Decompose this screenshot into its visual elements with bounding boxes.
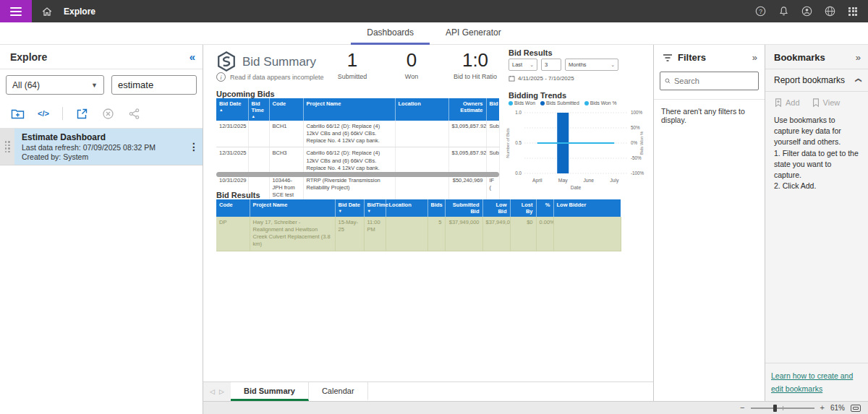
column-header[interactable]: Low Bid: [482, 199, 510, 217]
cancel-button[interactable]: [101, 106, 115, 121]
column-header[interactable]: Location: [386, 199, 427, 217]
chevron-down-icon: ▼: [91, 82, 98, 89]
svg-text:0.5: 0.5: [515, 140, 522, 145]
svg-text:-100%: -100%: [631, 171, 644, 176]
horizontal-scrollbar[interactable]: [216, 172, 499, 177]
svg-text:?: ?: [759, 8, 762, 15]
expand-panel-icon[interactable]: »: [752, 52, 757, 63]
fit-to-page-button[interactable]: [851, 405, 861, 412]
period-type-dropdown[interactable]: Last ⌄: [509, 59, 537, 71]
chart-legend: Bids WonBids SubmittedBids Won %: [509, 100, 617, 105]
table-row[interactable]: 12/31/2025BCH3Cabrillo 66/12 (D): Replac…: [216, 147, 499, 174]
home-button[interactable]: [41, 5, 54, 18]
column-header[interactable]: Low Bidder: [553, 199, 621, 217]
column-header[interactable]: Project Name: [303, 98, 395, 121]
column-header[interactable]: Owners Estimate: [448, 98, 486, 121]
column-header[interactable]: Lost By: [510, 199, 536, 217]
account-button[interactable]: [800, 5, 813, 18]
explore-panel: Explore « All (64) ▼ </>: [0, 45, 203, 414]
hamburger-menu-button[interactable]: [0, 0, 32, 22]
report-canvas: Bid Summary i Read if data appears incom…: [203, 45, 653, 381]
dashboard-list-item[interactable]: Estimate Dashboard Last data refresh: 07…: [0, 129, 203, 165]
calendar-icon: [509, 75, 515, 82]
period-unit-dropdown[interactable]: Months ⌄: [565, 59, 618, 71]
column-header[interactable]: Bids: [427, 199, 445, 217]
circle-x-icon: [102, 108, 114, 120]
zoom-out-button[interactable]: −: [740, 404, 744, 412]
top-bar-actions: ?: [754, 5, 868, 18]
report-info-note[interactable]: i Read if data appears incomplete: [216, 72, 324, 82]
explore-search-input[interactable]: [111, 75, 197, 95]
svg-text:0%: 0%: [631, 140, 638, 145]
upcoming-bids-title: Upcoming Bids: [216, 90, 275, 98]
svg-text:1.0: 1.0: [515, 110, 522, 115]
expand-panel-icon[interactable]: »: [856, 52, 861, 63]
legend-dot-icon: [584, 101, 589, 105]
column-header[interactable]: BidTime▼: [364, 199, 386, 217]
collapse-section-icon[interactable]: ❯: [854, 77, 861, 83]
drag-handle[interactable]: [0, 129, 14, 165]
column-header[interactable]: Code: [216, 199, 250, 217]
bidding-trends-title: Bidding Trends: [509, 91, 566, 100]
column-header[interactable]: %: [536, 199, 553, 217]
sort-desc-icon: ▼: [339, 209, 361, 213]
filters-search-box[interactable]: [660, 72, 759, 90]
share-icon: [128, 108, 140, 120]
column-header[interactable]: Code: [269, 98, 303, 121]
page-tab-calendar[interactable]: Calendar: [309, 382, 368, 401]
bell-icon: [778, 5, 790, 17]
sort-asc-icon: ▲: [252, 114, 266, 118]
zoom-in-button[interactable]: +: [820, 404, 825, 412]
filters-search-input[interactable]: [674, 77, 754, 85]
zoom-slider-thumb[interactable]: [773, 405, 777, 412]
item-menu-button[interactable]: ⋮: [185, 129, 203, 165]
collection-dropdown[interactable]: All (64) ▼: [6, 75, 104, 95]
dashboard-item-title: Estimate Dashboard: [22, 132, 182, 142]
sort-desc-icon: ▼: [367, 209, 383, 213]
tab-api-generator[interactable]: API Generator: [430, 22, 517, 45]
page-tab-bid-summary[interactable]: Bid Summary: [231, 382, 309, 401]
language-button[interactable]: [823, 5, 836, 18]
svg-text:-50%: -50%: [631, 155, 642, 160]
column-header[interactable]: Bid Date▼: [335, 199, 364, 217]
bookmarks-footer: Learn how to create and edit bookmarks: [765, 363, 868, 401]
column-header[interactable]: Submitted Bid: [445, 199, 482, 217]
legend-dot-icon: [509, 101, 513, 105]
help-button[interactable]: ?: [754, 5, 767, 18]
learn-bookmarks-link[interactable]: Learn how to create and edit bookmarks: [771, 371, 853, 393]
app-title: Explore: [64, 7, 95, 17]
bookmarks-panel-title: Bookmarks: [774, 52, 825, 63]
prev-page-arrow[interactable]: ◁: [210, 388, 215, 395]
zoom-slider[interactable]: [751, 407, 814, 409]
info-icon: i: [216, 72, 226, 82]
table-row[interactable]: DPHwy 17, Schreiber - Realignment and He…: [216, 217, 621, 251]
bid-results-table-title: Bid Results: [216, 191, 260, 199]
application-window: Explore ? Dashboards API Generator Ex: [0, 0, 868, 414]
column-header[interactable]: Location: [395, 98, 448, 121]
column-header[interactable]: Project Name: [250, 199, 335, 217]
tab-dashboards[interactable]: Dashboards: [351, 22, 430, 45]
legend-item: Bids Won: [509, 100, 535, 105]
period-value-input[interactable]: [541, 59, 561, 71]
column-header[interactable]: Bid Date▲: [216, 98, 248, 121]
open-in-new-button[interactable]: [75, 106, 89, 121]
sort-asc-icon: ▲: [219, 108, 245, 112]
code-view-button[interactable]: </>: [36, 106, 51, 121]
legend-item: Bids Won %: [584, 100, 617, 105]
bookmark-icon: [812, 98, 820, 108]
kpi-submitted: 1 Submitted: [323, 49, 381, 80]
column-header[interactable]: Bid Time▲: [248, 98, 269, 121]
next-page-arrow[interactable]: ▷: [219, 388, 224, 395]
notifications-button[interactable]: [777, 5, 790, 18]
column-header[interactable]: Bid: [486, 98, 499, 121]
share-button[interactable]: [127, 106, 141, 121]
date-range: 4/11/2025 - 7/10/2025: [509, 75, 574, 82]
new-folder-button[interactable]: [10, 106, 25, 121]
table-row[interactable]: 12/31/2025BCH1Cabrillo 66/12 (D): Replac…: [216, 121, 499, 147]
collapse-panel-icon[interactable]: «: [190, 51, 194, 63]
apps-menu-button[interactable]: [846, 5, 859, 18]
view-bookmarks-button[interactable]: View: [812, 98, 841, 108]
legend-item: Bids Submitted: [540, 100, 579, 105]
add-bookmark-button[interactable]: Add: [774, 98, 800, 108]
kpi-won: 0 Won: [383, 49, 441, 80]
